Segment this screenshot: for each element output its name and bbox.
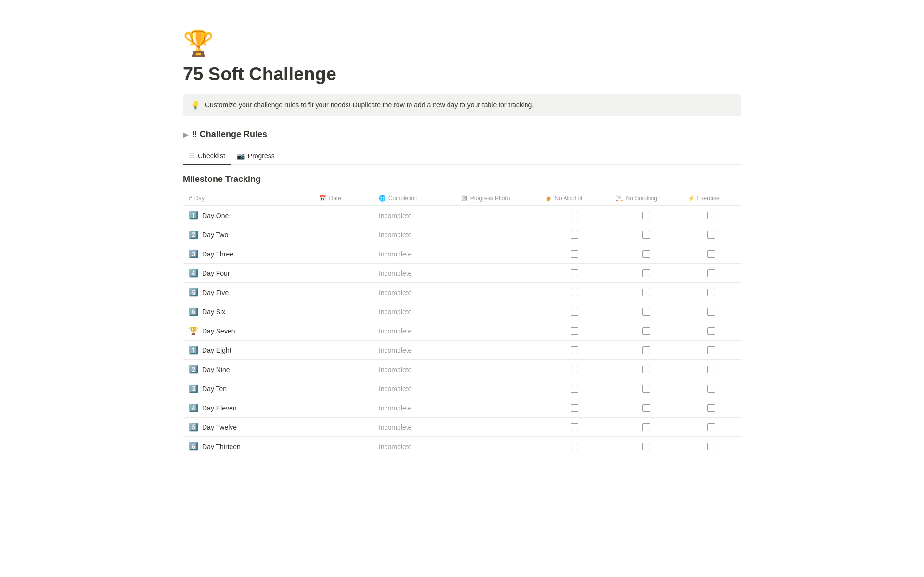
alcohol-col-label: No Alcohol: [554, 195, 582, 202]
day-cell[interactable]: 5️⃣Day Five: [183, 283, 313, 302]
exercise-checkbox[interactable]: [707, 385, 715, 393]
alcohol-checkbox[interactable]: [571, 404, 578, 412]
photo-cell[interactable]: [456, 302, 539, 321]
exercise-checkbox[interactable]: [707, 269, 715, 277]
day-cell[interactable]: 1️⃣Day One: [183, 206, 313, 225]
photo-cell[interactable]: [456, 283, 539, 302]
alcohol-checkbox[interactable]: [571, 212, 578, 219]
alcohol-checkbox[interactable]: [571, 423, 578, 431]
alcohol-checkbox[interactable]: [571, 346, 578, 354]
photo-cell[interactable]: [456, 341, 539, 360]
date-cell[interactable]: [313, 379, 372, 398]
smoking-checkbox[interactable]: [642, 346, 650, 354]
day-cell[interactable]: 4️⃣Day Eleven: [183, 398, 313, 418]
photo-cell[interactable]: [456, 206, 539, 225]
smoking-checkbox[interactable]: [642, 269, 650, 277]
exercise-checkbox[interactable]: [707, 212, 715, 219]
exercise-checkbox[interactable]: [707, 423, 715, 431]
alcohol-checkbox[interactable]: [571, 308, 578, 316]
completion-status: Incomplete: [379, 212, 411, 219]
date-cell[interactable]: [313, 341, 372, 360]
day-cell[interactable]: 5️⃣Day Twelve: [183, 418, 313, 437]
alcohol-checkbox[interactable]: [571, 250, 578, 258]
day-cell[interactable]: 6️⃣Day Six: [183, 302, 313, 321]
exercise-checkbox[interactable]: [707, 404, 715, 412]
smoking-checkbox[interactable]: [642, 366, 650, 373]
smoking-col-icon: 🚬: [616, 195, 623, 202]
photo-cell[interactable]: [456, 379, 539, 398]
day-col-icon: #: [189, 195, 192, 202]
date-cell[interactable]: [313, 418, 372, 437]
day-cell[interactable]: 4️⃣Day Four: [183, 264, 313, 283]
smoking-checkbox[interactable]: [642, 404, 650, 412]
progress-tab-icon: 📷: [237, 152, 245, 160]
alcohol-cell: [539, 321, 610, 341]
alcohol-col-icon: 🍺: [545, 195, 552, 202]
tab-progress[interactable]: 📷 Progress: [231, 148, 281, 165]
tab-checklist[interactable]: ☰ Checklist: [183, 148, 231, 165]
photo-cell[interactable]: [456, 264, 539, 283]
completion-cell: Incomplete: [373, 206, 456, 225]
exercise-checkbox[interactable]: [707, 308, 715, 316]
photo-cell[interactable]: [456, 437, 539, 456]
exercise-cell: [682, 302, 741, 321]
photo-cell[interactable]: [456, 418, 539, 437]
exercise-checkbox[interactable]: [707, 366, 715, 373]
day-cell[interactable]: 6️⃣Day Thirteen: [183, 437, 313, 456]
alcohol-checkbox[interactable]: [571, 327, 578, 335]
date-cell[interactable]: [313, 302, 372, 321]
col-header-exercise: ⚡ Exercise: [682, 191, 741, 206]
alcohol-checkbox[interactable]: [571, 289, 578, 296]
smoking-checkbox[interactable]: [642, 385, 650, 393]
smoking-cell: [610, 360, 681, 379]
day-cell[interactable]: 🏆Day Seven: [183, 321, 313, 341]
alcohol-checkbox[interactable]: [571, 366, 578, 373]
section-header[interactable]: ▶ ‼️ Challenge Rules: [183, 129, 741, 140]
day-cell[interactable]: 2️⃣Day Nine: [183, 360, 313, 379]
exercise-checkbox[interactable]: [707, 327, 715, 335]
day-col-label: Day: [194, 195, 205, 202]
photo-cell[interactable]: [456, 244, 539, 264]
date-cell[interactable]: [313, 206, 372, 225]
date-cell[interactable]: [313, 244, 372, 264]
day-cell[interactable]: 3️⃣Day Ten: [183, 379, 313, 398]
alcohol-checkbox[interactable]: [571, 269, 578, 277]
exercise-checkbox[interactable]: [707, 231, 715, 239]
exercise-cell: [682, 418, 741, 437]
day-emoji: 2️⃣: [189, 230, 198, 239]
photo-cell[interactable]: [456, 360, 539, 379]
date-cell[interactable]: [313, 225, 372, 244]
photo-cell[interactable]: [456, 225, 539, 244]
col-header-date: 📅 Date: [313, 191, 372, 206]
completion-cell: Incomplete: [373, 225, 456, 244]
date-cell[interactable]: [313, 321, 372, 341]
date-cell[interactable]: [313, 398, 372, 418]
date-cell[interactable]: [313, 437, 372, 456]
day-cell[interactable]: 2️⃣Day Two: [183, 225, 313, 244]
col-header-day: # Day: [183, 191, 313, 206]
smoking-checkbox[interactable]: [642, 443, 650, 450]
smoking-checkbox[interactable]: [642, 423, 650, 431]
day-cell[interactable]: 1️⃣Day Eight: [183, 341, 313, 360]
alcohol-checkbox[interactable]: [571, 231, 578, 239]
smoking-checkbox[interactable]: [642, 308, 650, 316]
table-row: 6️⃣Day SixIncomplete: [183, 302, 741, 321]
date-cell[interactable]: [313, 360, 372, 379]
exercise-checkbox[interactable]: [707, 289, 715, 296]
date-cell[interactable]: [313, 283, 372, 302]
day-cell[interactable]: 3️⃣Day Three: [183, 244, 313, 264]
smoking-checkbox[interactable]: [642, 231, 650, 239]
photo-cell[interactable]: [456, 321, 539, 341]
alcohol-checkbox[interactable]: [571, 443, 578, 450]
exercise-checkbox[interactable]: [707, 443, 715, 450]
date-cell[interactable]: [313, 264, 372, 283]
smoking-checkbox[interactable]: [642, 289, 650, 296]
exercise-checkbox[interactable]: [707, 346, 715, 354]
day-name: Day Eight: [202, 346, 231, 354]
smoking-checkbox[interactable]: [642, 212, 650, 219]
photo-cell[interactable]: [456, 398, 539, 418]
exercise-checkbox[interactable]: [707, 250, 715, 258]
alcohol-checkbox[interactable]: [571, 385, 578, 393]
smoking-checkbox[interactable]: [642, 250, 650, 258]
smoking-checkbox[interactable]: [642, 327, 650, 335]
